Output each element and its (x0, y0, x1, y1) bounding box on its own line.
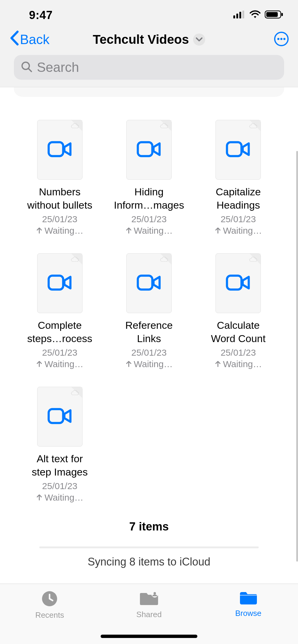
file-item[interactable]: ReferenceLinks25/01/23Waiting… (107, 253, 190, 369)
tab-bar: Recents Shared Browse (0, 584, 298, 644)
svg-point-9 (280, 38, 283, 40)
status-icons (233, 10, 283, 20)
scroll-indicator[interactable] (296, 151, 298, 562)
file-name: HidingInform…mages (114, 185, 184, 212)
file-thumbnail (215, 120, 261, 180)
svg-rect-6 (281, 13, 283, 16)
clock-icon (41, 591, 58, 608)
upload-arrow-icon (36, 492, 43, 503)
upload-arrow-icon (215, 226, 221, 236)
tab-shared[interactable]: Shared (119, 591, 179, 619)
tab-label: Shared (136, 610, 162, 619)
file-date: 25/01/23 (42, 481, 77, 491)
video-icon (226, 140, 251, 159)
file-thumbnail (37, 253, 83, 313)
upload-arrow-icon (125, 226, 132, 236)
chevron-down-icon (193, 34, 205, 46)
cloud-icon (160, 123, 168, 130)
file-thumbnail (37, 387, 83, 447)
shared-folder-icon (139, 591, 159, 607)
svg-rect-13 (49, 142, 63, 156)
folder-title: Techcult Videos (93, 32, 189, 47)
file-thumbnail (126, 253, 172, 313)
divider (39, 546, 259, 548)
svg-rect-19 (49, 276, 63, 290)
file-status: Waiting… (215, 359, 262, 369)
svg-rect-30 (240, 595, 257, 596)
tab-browse[interactable]: Browse (218, 591, 279, 618)
file-date: 25/01/23 (42, 348, 77, 358)
file-name: CalculateWord Count (211, 319, 266, 345)
svg-rect-21 (138, 276, 152, 290)
file-name: Numberswithout bullets (27, 185, 92, 212)
file-status: Waiting… (36, 492, 83, 503)
svg-point-10 (283, 38, 286, 40)
tab-label: Browse (235, 609, 261, 618)
file-date: 25/01/23 (221, 348, 256, 358)
tab-label: Recents (35, 610, 64, 620)
cloud-icon (71, 257, 79, 263)
upload-arrow-icon (215, 359, 221, 369)
file-status: Waiting… (215, 226, 262, 236)
cloud-icon (71, 390, 79, 397)
video-icon (47, 274, 72, 293)
battery-icon (265, 10, 283, 20)
back-label: Back (20, 32, 50, 47)
file-name: CapitalizeHeadings (216, 185, 261, 212)
title-dropdown[interactable]: Techcult Videos (93, 32, 205, 47)
search-placeholder: Search (37, 60, 79, 75)
folder-icon (239, 591, 258, 606)
file-status: Waiting… (125, 226, 173, 236)
tab-recents[interactable]: Recents (19, 591, 80, 620)
upload-arrow-icon (36, 359, 43, 369)
svg-rect-0 (233, 15, 235, 18)
cloud-icon (249, 257, 258, 263)
search-wrap: Search (0, 55, 298, 87)
file-status: Waiting… (125, 359, 173, 369)
file-name: Completesteps…rocess (27, 319, 92, 345)
file-date: 25/01/23 (42, 214, 77, 224)
video-icon (137, 140, 161, 159)
svg-rect-23 (227, 276, 241, 290)
cloud-icon (71, 123, 79, 130)
video-icon (47, 407, 72, 426)
sync-status: Syncing 8 items to iCloud (0, 556, 298, 568)
home-indicator[interactable] (101, 635, 197, 638)
file-date: 25/01/23 (131, 348, 167, 358)
file-item[interactable]: HidingInform…mages25/01/23Waiting… (107, 120, 190, 236)
svg-rect-1 (236, 14, 238, 18)
file-thumbnail (126, 120, 172, 180)
file-item[interactable]: Completesteps…rocess25/01/23Waiting… (18, 253, 101, 369)
cellular-icon (233, 11, 245, 20)
file-status: Waiting… (36, 226, 83, 236)
back-button[interactable]: Back (9, 30, 50, 49)
video-icon (226, 274, 251, 293)
svg-rect-5 (266, 12, 278, 17)
more-button[interactable] (274, 31, 289, 48)
header-region: 9:47 Back Techcult Videos (0, 0, 298, 87)
file-item[interactable]: CalculateWord Count25/01/23Waiting… (197, 253, 280, 369)
file-date: 25/01/23 (131, 214, 167, 224)
video-icon (47, 140, 72, 159)
status-time: 9:47 (15, 9, 53, 22)
file-name: ReferenceLinks (125, 319, 173, 345)
banner-stub (14, 87, 284, 96)
upload-arrow-icon (36, 226, 43, 236)
svg-point-29 (154, 592, 156, 594)
upload-arrow-icon (125, 359, 132, 369)
file-thumbnail (215, 253, 261, 313)
file-item[interactable]: CapitalizeHeadings25/01/23Waiting… (197, 120, 280, 236)
chevron-left-icon (9, 30, 20, 49)
cloud-icon (160, 257, 168, 263)
file-item[interactable]: Numberswithout bullets25/01/23Waiting… (18, 120, 101, 236)
file-grid: Numberswithout bullets25/01/23Waiting…Hi… (0, 96, 298, 509)
file-date: 25/01/23 (221, 214, 256, 224)
video-icon (137, 274, 161, 293)
svg-rect-15 (138, 142, 152, 156)
nav-bar: Back Techcult Videos (0, 27, 298, 55)
item-count: 7 items (0, 520, 298, 533)
svg-rect-2 (239, 12, 241, 18)
file-item[interactable]: Alt text forstep Images25/01/23Waiting… (18, 387, 101, 503)
file-status: Waiting… (36, 359, 83, 369)
search-input[interactable]: Search (14, 55, 284, 80)
